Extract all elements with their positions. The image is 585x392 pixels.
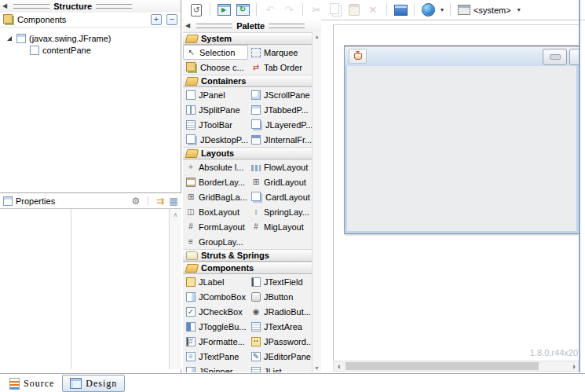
palette-item-formlayout[interactable]: #FormLayout <box>183 219 248 234</box>
palette-item-jtoolbar[interactable]: JToolBar <box>183 117 248 132</box>
scroll-left-icon[interactable]: ‹ <box>334 361 345 371</box>
reparse-button[interactable]: ↺ <box>188 2 205 18</box>
palette-category-containers[interactable]: Containers <box>183 75 313 87</box>
grouplayout-icon: ≡ <box>186 237 196 247</box>
tab-design[interactable]: Design <box>62 375 125 392</box>
palette-item-jscrollpane[interactable]: JScrollPane <box>248 87 313 102</box>
look-and-feel-select[interactable]: <system> <box>455 5 514 15</box>
springlayout-icon: ↕ <box>251 207 261 217</box>
palette-item-jspinner[interactable]: JSpinner <box>183 364 248 372</box>
properties-panel-header: Properties ⚙⇉▦ <box>0 193 181 208</box>
jframe-contentpane[interactable] <box>345 66 579 233</box>
expand-all-button[interactable]: + <box>151 14 162 25</box>
properties-scrollbar[interactable]: ∧ <box>169 209 181 369</box>
palette-item-choosec[interactable]: Choose c... <box>183 60 248 75</box>
show-advanced-properties-button[interactable]: ⚙ <box>131 196 141 206</box>
palette-item-jeditorpane[interactable]: ✎JEditorPane <box>248 349 313 364</box>
refresh-button[interactable]: ↻ <box>234 2 251 18</box>
selection-icon: ↖ <box>187 48 196 57</box>
properties-panel-title: Properties <box>16 196 55 206</box>
palette-category-components[interactable]: Components <box>183 262 313 274</box>
palette-item-label: Absolute l... <box>199 163 243 172</box>
scroll-right-icon[interactable]: › <box>569 361 580 371</box>
tree-item-javaxswingjframe[interactable]: (javax.swing.JFrame) <box>0 32 181 44</box>
palette-item-absolutel[interactable]: +Absolute l... <box>183 159 248 174</box>
palette-item-borderlay[interactable]: BorderLay... <box>183 174 248 189</box>
locale-button[interactable] <box>419 2 437 18</box>
scrollbar-thumb[interactable] <box>346 362 539 370</box>
palette-category-struts---springs[interactable]: Struts & Springs <box>183 249 313 262</box>
palette-item-jlist[interactable]: JList <box>248 364 313 372</box>
palette-item-jcheckbox[interactable]: ✓JCheckBox <box>183 304 248 319</box>
palette-item-jcombobox[interactable]: JComboBox <box>183 289 248 304</box>
palette-item-marquee[interactable]: Marquee <box>248 45 313 60</box>
palette-item-label: Selection <box>199 48 235 57</box>
palette-header[interactable]: ◀ Palette <box>183 20 321 32</box>
goto-definition-button[interactable]: ⇉ <box>155 196 165 206</box>
palette-item-gridlayout[interactable]: ⊞GridLayout <box>248 174 313 189</box>
palette-item-jformatte[interactable]: #JFormatte... <box>183 334 248 349</box>
externalize-strings-button[interactable] <box>392 2 409 18</box>
palette-item-jlabel[interactable]: JLabel <box>183 274 248 289</box>
palette-item-jradiobut[interactable]: ◉JRadioBut... <box>248 304 313 319</box>
test-frame-button[interactable]: ▶ <box>215 2 232 18</box>
palette-item-label: JInternalFr... <box>264 135 312 145</box>
palette-scrollbar[interactable]: ▲ ▼ <box>312 32 321 372</box>
palette-item-selection[interactable]: ↖Selection <box>183 45 248 60</box>
palette-panel: ◀ Palette System↖SelectionMarqueeChoose … <box>183 20 321 372</box>
collapse-panel-icon[interactable]: ◀ <box>2 2 7 10</box>
palette-item-miglayout[interactable]: #MigLayout <box>248 219 313 234</box>
jtogglebutton-icon <box>186 322 196 332</box>
jframe-preview[interactable] <box>344 46 579 234</box>
chevron-down-icon[interactable]: ▾ <box>441 6 444 13</box>
design-canvas[interactable]: 1.8.0.r44x20 <box>333 24 579 361</box>
jtextarea-icon <box>251 322 261 332</box>
palette-item-jsplitpane[interactable]: JSplitPane <box>183 102 248 117</box>
collapse-palette-icon[interactable]: ◀ <box>185 22 190 30</box>
structure-panel-header[interactable]: ◀ Structure <box>0 0 181 13</box>
palette-item-jdesktopp[interactable]: JDesktopP... <box>183 132 248 147</box>
palette-item-jlayeredp[interactable]: JLayeredP... <box>248 117 313 132</box>
palette-item-grouplay[interactable]: ≡GroupLay... <box>183 234 248 249</box>
palette-item-jbutton[interactable]: JButton <box>248 289 313 304</box>
borderlayout-icon <box>186 178 196 187</box>
tree-item-contentpane[interactable]: contentPane <box>0 44 181 56</box>
chevron-down-icon[interactable]: ▾ <box>517 6 521 13</box>
palette-item-grid: JLabelJTextFieldJComboBoxJButton✓JCheckB… <box>183 274 313 372</box>
palette-item-gridbagla[interactable]: ⊞GridBagLa... <box>183 189 248 204</box>
palette-item-jtextarea[interactable]: JTextArea <box>248 319 313 334</box>
undo-icon: ↶ <box>266 5 275 15</box>
look-and-feel-value: <system> <box>473 5 511 15</box>
palette-category-layouts[interactable]: Layouts <box>183 147 313 159</box>
palette-item-boxlayout[interactable]: ◫BoxLayout <box>183 204 248 219</box>
palette-category-system[interactable]: System <box>183 32 313 45</box>
palette-item-jtogglebu[interactable]: JToggleBu... <box>183 319 248 334</box>
expander-icon[interactable] <box>5 36 13 41</box>
tab-source[interactable]: Source <box>2 375 62 392</box>
palette-item-jpassword[interactable]: ··JPassword... <box>248 334 313 349</box>
palette-category-label: Struts & Springs <box>201 251 269 260</box>
collapse-all-button[interactable]: − <box>166 14 177 25</box>
scroll-up-icon[interactable]: ▲ <box>313 34 321 39</box>
palette-item-taborder[interactable]: ⇄Tab Order <box>248 60 313 75</box>
palette-item-cardlayout[interactable]: CardLayout <box>248 189 313 204</box>
undo-button: ↶ <box>261 2 279 18</box>
palette-item-jinternalfr[interactable]: JInternalFr... <box>248 132 313 147</box>
structure-panel-title: Structure <box>53 2 92 11</box>
palette-item-jtextfield[interactable]: JTextField <box>248 274 313 289</box>
windowbuilder-version-watermark: 1.8.0.r44x20 <box>530 348 578 357</box>
palette-item-flowlayout[interactable]: FlowLayout <box>248 159 313 174</box>
copy-button <box>327 2 344 18</box>
properties-column-divider[interactable] <box>71 209 71 369</box>
source-icon <box>9 378 20 390</box>
palette-item-jtextpane[interactable]: ≡JTextPane <box>183 349 248 364</box>
scroll-down-icon[interactable]: ▼ <box>313 365 321 371</box>
palette-item-jpanel[interactable]: JPanel <box>183 87 248 102</box>
show-events-button[interactable]: ▦ <box>169 196 178 206</box>
palette-item-springlay[interactable]: ↕SpringLay... <box>248 204 313 219</box>
palette-item-jtabbedp[interactable]: JTabbedP... <box>248 102 313 117</box>
canvas-horizontal-scrollbar[interactable]: ‹ › <box>333 361 580 372</box>
header-grip <box>196 24 232 28</box>
palette-item-label: Tab Order <box>264 63 302 72</box>
redo-icon: ↷ <box>285 5 294 15</box>
